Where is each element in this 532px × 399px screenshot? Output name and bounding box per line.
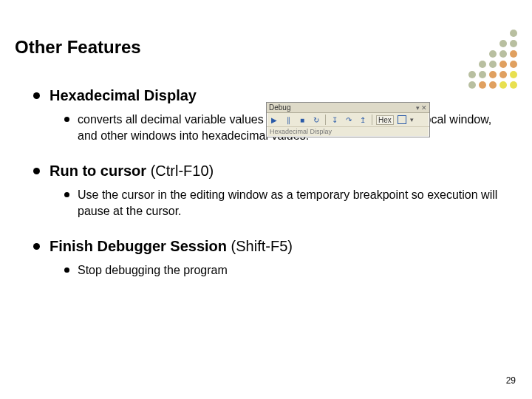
sub-item: Stop debugging the program bbox=[64, 262, 510, 279]
page-number: 29 bbox=[506, 375, 516, 386]
heading-bold: Finish Debugger Session bbox=[50, 238, 227, 254]
toolbar-options-icon[interactable] bbox=[398, 115, 406, 124]
step-out-icon[interactable]: ↥ bbox=[358, 115, 368, 125]
restart-icon[interactable]: ↻ bbox=[311, 115, 321, 125]
list-item: Run to cursor (Ctrl-F10) Use the cursor … bbox=[33, 163, 510, 219]
step-into-icon[interactable]: ↧ bbox=[330, 115, 340, 125]
sub-list: Stop debugging the program bbox=[50, 262, 510, 279]
dropdown-icon[interactable]: ▾ bbox=[410, 116, 414, 123]
feature-list: Hexadecimal Display converts all decimal… bbox=[15, 87, 510, 279]
stop-icon[interactable]: ■ bbox=[297, 115, 307, 125]
page-title: Other Features bbox=[15, 37, 510, 58]
sub-list: Use the cursor in the editing window as … bbox=[50, 187, 510, 219]
heading-rest: (Ctrl-F10) bbox=[146, 163, 214, 179]
toolbar-window-controls: ▾ ✕ bbox=[416, 104, 427, 112]
toolbar-title-label: Debug bbox=[269, 103, 290, 112]
toolbar-tooltip: Hexadecimal Display bbox=[267, 126, 429, 137]
toolbar-titlebar: Debug ▾ ✕ bbox=[267, 103, 429, 113]
step-over-icon[interactable]: ↷ bbox=[344, 115, 354, 125]
heading-bold: Hexadecimal Display bbox=[50, 87, 197, 103]
separator bbox=[372, 115, 372, 125]
dropdown-icon[interactable]: ▾ bbox=[416, 104, 420, 112]
separator bbox=[325, 115, 326, 125]
item-heading: Finish Debugger Session (Shift-F5) bbox=[50, 238, 510, 255]
item-heading: Run to cursor (Ctrl-F10) bbox=[50, 163, 510, 180]
heading-bold: Run to cursor bbox=[50, 163, 146, 179]
toolbar-buttons: ▶ ∥ ■ ↻ ↧ ↷ ↥ Hex ▾ bbox=[267, 113, 429, 126]
decorative-dots bbox=[468, 30, 517, 89]
close-icon[interactable]: ✕ bbox=[421, 104, 427, 112]
heading-rest: (Shift-F5) bbox=[227, 238, 293, 254]
debug-toolbar: Debug ▾ ✕ ▶ ∥ ■ ↻ ↧ ↷ ↥ Hex ▾ Hexadecima… bbox=[266, 102, 430, 137]
hex-toggle[interactable]: Hex bbox=[376, 115, 394, 125]
list-item: Finish Debugger Session (Shift-F5) Stop … bbox=[33, 238, 510, 279]
slide: Other Features Hexadecimal Display conve… bbox=[0, 0, 532, 399]
sub-item: Use the cursor in the editing window as … bbox=[64, 187, 510, 219]
play-icon[interactable]: ▶ bbox=[269, 115, 279, 125]
pause-icon[interactable]: ∥ bbox=[283, 115, 293, 125]
